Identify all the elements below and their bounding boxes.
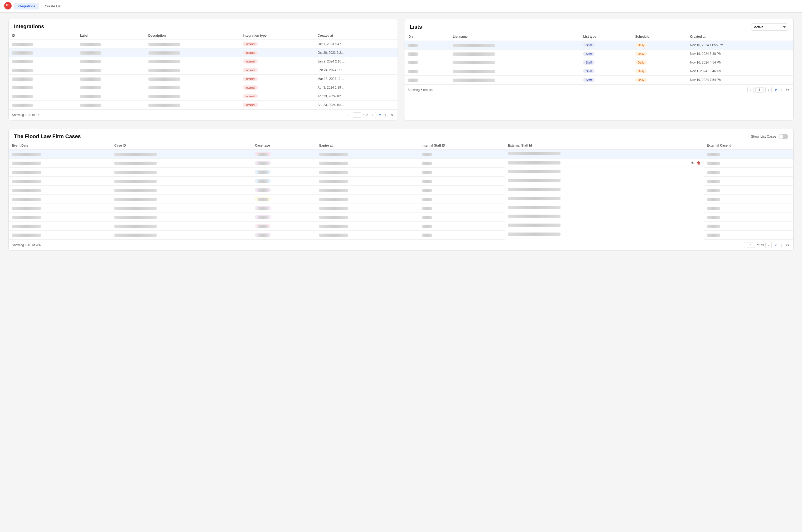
cases-showing: Showing 1-10 of 786 [12,243,41,247]
int-id [9,83,77,92]
case-event-date [9,150,111,159]
top-navigation: Integrations Create List [0,0,802,13]
case-row[interactable]: 👁 🗑 [9,159,793,168]
cases-refresh-icon[interactable]: ↻ [785,243,790,248]
view-icon[interactable]: 👁 [691,161,695,165]
lists-page-input[interactable] [755,87,764,93]
integrations-nav-btn[interactable]: Integrations [14,3,39,10]
list-row[interactable]: Staff Daily Nov 19, 2024 7:54 PM [404,76,793,84]
case-id [111,186,252,194]
lists-header: Lists Active Inactive All [404,19,793,33]
filter-icon[interactable]: ▿ [378,112,382,118]
list-name [450,41,580,50]
case-id [111,212,252,222]
list-name [450,50,580,58]
cases-next-btn[interactable]: › [765,242,772,248]
list-row[interactable]: Staff Daily Nov 16, 2024 11:55 PM [404,41,793,50]
cases-header: The Flood Law Firm Cases Show List Cases [9,129,793,141]
create-list-nav-btn[interactable]: Create List [41,3,65,10]
col-case-id: Case ID [111,141,252,150]
int-type: Internal [240,83,314,92]
case-row[interactable] [9,150,793,159]
lists-panel: Lists Active Inactive All ID ↓ List name… [404,19,794,120]
case-expire [316,150,419,159]
download-icon[interactable]: ↓ [384,112,387,118]
cases-filter-icon[interactable]: ▿ [774,243,778,248]
case-row[interactable] [9,186,793,194]
int-desc [145,75,240,83]
next-page-btn[interactable]: › [370,112,376,118]
case-event-date [9,194,111,204]
integrations-panel: Integrations ID Label Description Integr… [8,19,398,120]
case-id [111,159,252,168]
integration-row[interactable]: Internal Mar 18, 2024 12:... [9,75,398,83]
case-ext-case-id [704,212,794,222]
lists-filter-icon[interactable]: ▿ [774,87,778,93]
case-ext-case-id [704,186,794,194]
lists-download-icon[interactable]: ↓ [779,87,783,93]
case-staff-id [419,177,505,186]
case-ext-case-id [704,177,794,186]
case-row[interactable] [9,177,793,186]
lists-table: ID ↓ List name List type Schedule Create… [404,33,793,84]
integration-row[interactable]: Internal Feb 24, 2024 1:3... [9,66,398,75]
integration-row[interactable]: Internal Apr 23, 2024 10:... [9,101,398,109]
int-id [9,92,77,101]
int-label [77,75,145,83]
prev-page-btn[interactable]: ‹ [345,112,351,118]
int-created: Jan 9, 2024 2:16 ... [314,57,398,66]
page-of: of 2 [363,113,368,117]
lists-prev-btn[interactable]: ‹ [747,87,754,93]
show-list-label: Show List Cases [751,134,777,138]
case-row[interactable] [9,222,793,230]
list-created: Nov 19, 2024 7:54 PM [687,76,793,84]
lists-refresh-icon[interactable]: ↻ [785,87,790,93]
case-row[interactable] [9,168,793,177]
case-row[interactable] [9,204,793,212]
integration-row[interactable]: Internal Apr 23, 2024 10:... [9,92,398,101]
page-number-input[interactable] [353,112,361,118]
integration-row[interactable]: Internal Apr 3, 2024 1:39 ... [9,83,398,92]
case-expire [316,230,419,240]
case-event-date [9,212,111,222]
list-created: Nov 16, 2024 4:54 PM [687,58,793,67]
list-id [404,50,450,58]
case-id [111,150,252,159]
delete-icon[interactable]: 🗑 [697,161,701,165]
list-type: Staff [580,76,632,84]
list-row[interactable]: Staff Daily Nov 19, 2024 5:30 PM [404,50,793,58]
int-type: Internal [240,49,314,57]
integrations-pagination: Showing 1-20 of 37 ‹ of 2 › ▿ ↓ ↻ [9,109,398,120]
case-row[interactable] [9,212,793,222]
refresh-icon[interactable]: ↻ [389,112,395,118]
col-case-type: Case type [252,141,316,150]
case-row[interactable] [9,230,793,240]
col-external-staff: External Staff Id [504,141,703,150]
int-desc [145,57,240,66]
int-desc [145,101,240,109]
cases-prev-btn[interactable]: ‹ [739,242,745,248]
show-list-toggle-switch[interactable] [779,134,788,139]
cases-download-icon[interactable]: ↓ [779,243,783,248]
list-row[interactable]: Staff Daily Nov 16, 2024 4:54 PM [404,58,793,67]
lists-filter-dropdown[interactable]: Active Inactive All [751,23,788,31]
integration-row[interactable]: Internal Oct 20, 2023 2:2... [9,49,398,57]
case-row[interactable] [9,194,793,204]
int-desc [145,49,240,57]
case-id [111,204,252,212]
list-row[interactable]: Staff Daily Nov 1, 2024 10:46 AM [404,67,793,76]
int-desc [145,40,240,49]
cases-page-of: of 79 [757,243,764,247]
case-ext-staff [504,168,703,175]
integration-row[interactable]: Internal Oct 1, 2023 6:47 ... [9,40,398,49]
lists-next-btn[interactable]: › [765,87,772,93]
integration-row[interactable]: Internal Jan 9, 2024 2:16 ... [9,57,398,66]
list-type: Staff [580,50,632,58]
int-id [9,66,77,75]
cases-pagination: Showing 1-10 of 786 ‹ of 79 › ▿ ↓ ↻ [9,240,793,250]
case-event-date [9,186,111,194]
list-id [404,76,450,84]
cases-page-input[interactable] [747,243,755,248]
int-id [9,40,77,49]
lists-showing: Showing 5 results [407,88,433,92]
